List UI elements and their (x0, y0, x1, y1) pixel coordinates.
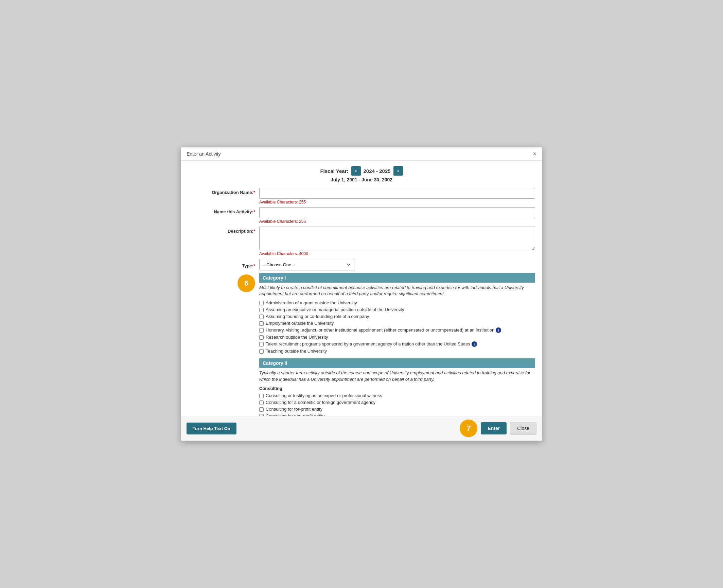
cat1-item5-checkbox[interactable] (259, 328, 264, 333)
description-input[interactable] (259, 227, 535, 250)
close-icon[interactable]: × (533, 151, 536, 157)
list-item: Consulting or testifying as an expert or… (259, 393, 535, 398)
description-label: Description:* (188, 227, 259, 234)
consulting-item1-checkbox[interactable] (259, 394, 264, 398)
type-control-wrap: -- Choose One -- (259, 259, 535, 270)
consulting-header: Consulting (259, 386, 535, 391)
footer-right: 7 Enter Close (460, 420, 536, 437)
org-name-row: Organization Name:* Available Characters… (188, 188, 535, 204)
type-select[interactable]: -- Choose One -- (259, 259, 354, 270)
dialog-header: Enter an Activity × (181, 147, 542, 161)
prev-fiscal-year-button[interactable]: < (351, 166, 361, 176)
fiscal-year-value: 2024 - 2025 (364, 168, 391, 174)
list-item: Teaching outside the University (259, 349, 535, 354)
consulting-list: Consulting or testifying as an expert or… (259, 393, 535, 416)
org-name-input[interactable] (259, 188, 535, 199)
dialog-body: Fiscal Year: < 2024 - 2025 > July 1, 200… (181, 161, 542, 416)
info-icon-1[interactable]: i (496, 327, 501, 333)
list-item: Employment outside the University (259, 321, 535, 326)
enter-activity-dialog: Enter an Activity × Fiscal Year: < 2024 … (181, 147, 542, 441)
org-name-avail-chars: Available Characters: 255 (259, 200, 535, 204)
activity-name-control-wrap: Available Characters: 255 (259, 207, 535, 224)
cat1-item4-checkbox[interactable] (259, 321, 264, 326)
list-item: Research outside the University (259, 335, 535, 340)
description-row: Description:* Available Characters: 4000 (188, 227, 535, 256)
step-7-badge: 7 (460, 420, 477, 437)
activity-name-input[interactable] (259, 207, 535, 218)
consulting-item3-checkbox[interactable] (259, 407, 264, 412)
fiscal-year-row: Fiscal Year: < 2024 - 2025 > (188, 166, 535, 176)
list-item: Assuming an executive or managerial posi… (259, 307, 535, 312)
description-avail-chars: Available Characters: 4000 (259, 251, 535, 256)
org-name-label: Organization Name:* (188, 188, 259, 195)
required-star-3: * (253, 229, 255, 234)
type-row: Type:* -- Choose One -- (188, 259, 535, 270)
category-ii-description: Typically a shorter term activity outsid… (259, 370, 535, 382)
close-footer-button[interactable]: Close (510, 422, 536, 435)
required-star-4: * (253, 263, 255, 268)
type-label: Type:* (188, 261, 259, 268)
info-icon-2[interactable]: i (472, 341, 477, 347)
required-star-2: * (253, 209, 255, 214)
list-item: Administration of a grant outside the Un… (259, 300, 535, 305)
cat1-item2-checkbox[interactable] (259, 308, 264, 312)
next-fiscal-year-button[interactable]: > (393, 166, 403, 176)
category-i-list: Administration of a grant outside the Un… (259, 300, 535, 354)
cat1-item6-checkbox[interactable] (259, 335, 264, 340)
consulting-item2-checkbox[interactable] (259, 400, 264, 405)
cat1-item8-checkbox[interactable] (259, 349, 264, 354)
dialog-title: Enter an Activity (187, 151, 221, 157)
activity-name-row: Name this Activity:* Available Character… (188, 207, 535, 224)
cat1-item3-checkbox[interactable] (259, 315, 264, 319)
help-text-button[interactable]: Turn Help Text On (187, 423, 236, 434)
cat1-item1-checkbox[interactable] (259, 301, 264, 305)
list-item: Assuming founding or co-founding role of… (259, 314, 535, 319)
fiscal-year-label: Fiscal Year: (320, 168, 348, 174)
list-item: Honorary, visiting, adjunct, or other in… (259, 327, 535, 333)
dialog-footer: Turn Help Text On 7 Enter Close (181, 416, 542, 441)
org-name-control-wrap: Available Characters: 255 (259, 188, 535, 204)
category-i-description: Most likely to create a conflict of comm… (259, 285, 535, 297)
step-col: 6 (188, 273, 259, 292)
description-control-wrap: Available Characters: 4000 (259, 227, 535, 256)
list-item: Consulting for for-profit entity (259, 407, 535, 412)
category-i-header: Category I (259, 273, 535, 283)
list-item: Consulting for a domestic or foreign gov… (259, 400, 535, 405)
cat1-item7-checkbox[interactable] (259, 342, 264, 346)
enter-button[interactable]: Enter (481, 422, 507, 434)
required-star: * (253, 190, 255, 195)
activity-name-label: Name this Activity:* (188, 207, 259, 214)
activity-name-avail-chars: Available Characters: 255 (259, 219, 535, 224)
step-6-badge: 6 (237, 274, 255, 292)
category-ii-header: Category II (259, 358, 535, 368)
fiscal-date-range: July 1, 2001 - June 30, 2002 (188, 177, 535, 182)
activity-types-wrap: Category I Most likely to create a confl… (259, 273, 535, 416)
activity-types-row: 6 Category I Most likely to create a con… (188, 273, 535, 416)
list-item: Consulting for non-profit entity (259, 413, 535, 416)
list-item: Talent recruitment programs sponsored by… (259, 341, 535, 347)
fiscal-year-section: Fiscal Year: < 2024 - 2025 > July 1, 200… (188, 166, 535, 182)
